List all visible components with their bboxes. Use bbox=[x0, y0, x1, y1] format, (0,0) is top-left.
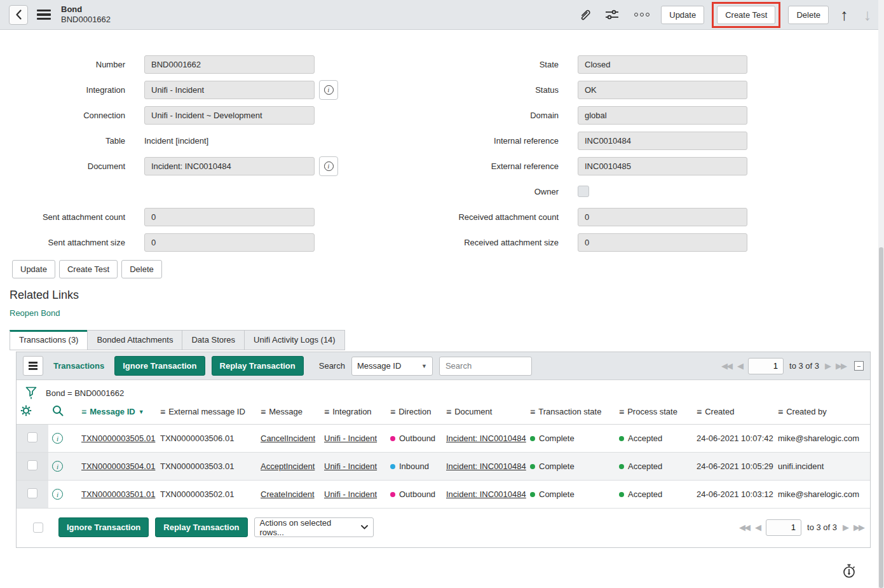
last-page-icon[interactable]: ▶▶ bbox=[853, 523, 864, 532]
create-test-button-bottom[interactable]: Create Test bbox=[59, 260, 118, 278]
scrollbar-thumb[interactable] bbox=[879, 247, 883, 588]
back-button[interactable] bbox=[9, 5, 28, 25]
cell-message-id[interactable]: TXN0000003505.01 bbox=[81, 434, 155, 443]
row-info-icon[interactable]: i bbox=[52, 433, 63, 444]
tab-unifi-activity-logs[interactable]: Unifi Activity Logs (14) bbox=[244, 330, 345, 350]
cell-document[interactable]: Incident: INC0010484 bbox=[446, 489, 526, 499]
sliders-icon bbox=[605, 8, 619, 21]
column-header-direction[interactable]: ≡ Direction bbox=[386, 405, 442, 425]
column-header-document[interactable]: ≡ Document bbox=[442, 405, 526, 425]
personalize-form-button[interactable] bbox=[601, 8, 623, 21]
integration-preview-button[interactable]: i bbox=[319, 80, 338, 100]
list-personalize-gear-icon[interactable] bbox=[20, 409, 32, 418]
next-page-icon[interactable]: ▶ bbox=[825, 361, 830, 371]
collapse-list-icon[interactable]: − bbox=[854, 361, 864, 371]
domain-field[interactable]: global bbox=[578, 106, 747, 125]
more-options-icon[interactable] bbox=[629, 13, 655, 17]
column-menu-icon: ≡ bbox=[324, 407, 329, 417]
filter-funnel-icon[interactable] bbox=[25, 386, 37, 400]
list-context-menu-icon[interactable] bbox=[23, 356, 43, 376]
column-header-message-id[interactable]: ≡ Message ID ▼ bbox=[78, 405, 156, 425]
cell-message[interactable]: CreateIncident bbox=[261, 489, 315, 499]
replay-transaction-button[interactable]: Replay Transaction bbox=[212, 356, 304, 376]
attachment-button[interactable] bbox=[574, 8, 595, 22]
sent-attachment-count-field[interactable]: 0 bbox=[144, 208, 315, 226]
next-record-icon[interactable]: ↓ bbox=[860, 6, 876, 24]
received-attachment-count-field[interactable]: 0 bbox=[578, 208, 747, 226]
tab-data-stores[interactable]: Data Stores bbox=[182, 330, 244, 350]
cell-document[interactable]: Incident: INC0010484 bbox=[446, 462, 526, 471]
previous-page-icon[interactable]: ◀ bbox=[755, 523, 760, 532]
column-header-integration[interactable]: ≡ Integration bbox=[320, 405, 386, 425]
row-checkbox[interactable] bbox=[27, 488, 37, 498]
number-field[interactable]: BND0001662 bbox=[144, 55, 315, 74]
connection-field[interactable]: Unifi - Incident ~ Development bbox=[144, 106, 315, 125]
form-context-menu-icon[interactable] bbox=[37, 10, 51, 20]
cell-integration[interactable]: Unifi - Incident bbox=[324, 489, 377, 499]
cell-message-id[interactable]: TXN0000003501.01 bbox=[81, 489, 155, 499]
sort-descending-icon: ▼ bbox=[139, 409, 144, 415]
replay-transaction-button-bottom[interactable]: Replay Transaction bbox=[155, 517, 247, 537]
received-attachment-size-field[interactable]: 0 bbox=[578, 233, 747, 252]
column-header-message[interactable]: ≡ Message bbox=[257, 405, 320, 425]
list-title-link[interactable]: Transactions bbox=[53, 361, 104, 371]
list-search-icon[interactable] bbox=[52, 409, 64, 418]
list-toolbar: Transactions Ignore Transaction Replay T… bbox=[17, 352, 870, 380]
cell-document[interactable]: Incident: INC0010484 bbox=[446, 434, 526, 443]
internal-reference-field[interactable]: INC0010484 bbox=[578, 132, 747, 150]
select-all-checkbox[interactable] bbox=[33, 523, 43, 533]
update-button[interactable]: Update bbox=[661, 6, 704, 24]
previous-record-icon[interactable]: ↑ bbox=[835, 6, 853, 24]
last-page-icon[interactable]: ▶▶ bbox=[836, 361, 846, 371]
response-time-button[interactable] bbox=[842, 564, 856, 582]
owner-checkbox[interactable] bbox=[578, 186, 589, 197]
column-header-transaction-state[interactable]: ≡ Transaction state bbox=[526, 405, 615, 425]
document-field[interactable]: Incident: INC0010484 bbox=[144, 157, 315, 175]
page-number-input[interactable] bbox=[766, 519, 801, 536]
state-field[interactable]: Closed bbox=[578, 55, 747, 74]
row-checkbox[interactable] bbox=[27, 460, 37, 470]
next-page-icon[interactable]: ▶ bbox=[843, 523, 848, 532]
sent-attachment-size-field[interactable]: 0 bbox=[144, 233, 315, 252]
row-checkbox[interactable] bbox=[27, 432, 37, 442]
search-input[interactable] bbox=[439, 357, 532, 376]
page-number-input[interactable] bbox=[748, 358, 784, 374]
cell-message[interactable]: AcceptIncident bbox=[261, 462, 315, 471]
filter-breadcrumb[interactable]: Bond = BND0001662 bbox=[46, 388, 124, 398]
external-reference-field[interactable]: INC0010485 bbox=[578, 157, 747, 175]
cell-message-id[interactable]: TXN0000003504.01 bbox=[81, 462, 155, 471]
search-label: Search bbox=[319, 361, 345, 371]
paperclip-icon bbox=[578, 8, 591, 22]
previous-page-icon[interactable]: ◀ bbox=[737, 361, 742, 371]
column-header-process-state[interactable]: ≡ Process state bbox=[615, 405, 693, 425]
column-header-external-message-id[interactable]: ≡ External message ID bbox=[156, 405, 257, 425]
cell-integration[interactable]: Unifi - Incident bbox=[324, 434, 377, 443]
ignore-transaction-button-bottom[interactable]: Ignore Transaction bbox=[58, 517, 149, 537]
table-row: i TXN0000003501.01 TXN0000003502.01 Crea… bbox=[17, 481, 870, 509]
tab-transactions[interactable]: Transactions (3) bbox=[10, 330, 87, 350]
column-menu-icon: ≡ bbox=[261, 407, 266, 417]
column-header-created-by[interactable]: ≡ Created by bbox=[774, 405, 870, 425]
status-field[interactable]: OK bbox=[578, 81, 747, 99]
row-info-icon[interactable]: i bbox=[52, 489, 63, 500]
integration-field[interactable]: Unifi - Incident bbox=[144, 81, 315, 99]
search-field-select[interactable]: Message ID ▼ bbox=[351, 357, 433, 376]
row-info-icon[interactable]: i bbox=[52, 461, 63, 472]
delete-button-bottom[interactable]: Delete bbox=[121, 260, 162, 278]
document-preview-button[interactable]: i bbox=[319, 156, 338, 176]
cell-integration[interactable]: Unifi - Incident bbox=[324, 462, 377, 471]
update-button-bottom[interactable]: Update bbox=[12, 260, 55, 278]
actions-on-selected-rows-select[interactable]: Actions on selected rows... bbox=[254, 517, 374, 537]
reopen-bond-link[interactable]: Reopen Bond bbox=[0, 302, 60, 318]
tab-bonded-attachments[interactable]: Bonded Attachments bbox=[87, 330, 182, 350]
delete-button[interactable]: Delete bbox=[788, 6, 829, 24]
page-scrollbar[interactable] bbox=[878, 0, 884, 588]
cell-message[interactable]: CancelIncident bbox=[261, 434, 315, 443]
first-page-icon[interactable]: ◀◀ bbox=[721, 361, 731, 371]
ignore-transaction-button[interactable]: Ignore Transaction bbox=[114, 356, 205, 376]
first-page-icon[interactable]: ◀◀ bbox=[739, 523, 749, 532]
create-test-button[interactable]: Create Test bbox=[717, 6, 775, 24]
cell-created: 24-06-2021 10:05:29 bbox=[693, 453, 774, 481]
column-header-created[interactable]: ≡ Created bbox=[693, 405, 774, 425]
status-label: Status bbox=[442, 85, 578, 95]
